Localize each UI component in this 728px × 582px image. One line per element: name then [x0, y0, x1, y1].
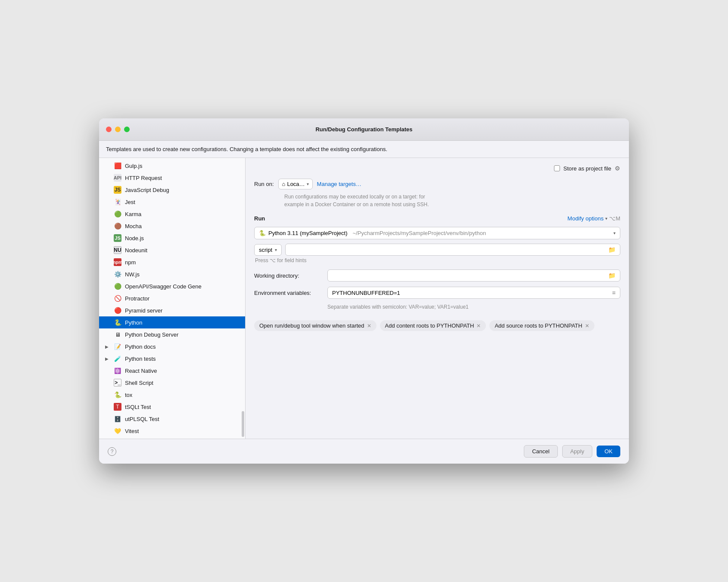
list-icon[interactable]: ≡ — [612, 289, 616, 296]
cancel-button[interactable]: Cancel — [524, 445, 557, 458]
modify-options-button[interactable]: Modify options ▾ ⌥M — [567, 215, 620, 222]
env-label: Environment variables: — [254, 290, 323, 296]
tag-source-roots: Add source roots to PYTHONPATH ✕ — [489, 320, 594, 331]
pyramid-icon: 🔴 — [114, 306, 121, 314]
sidebar-item-label: HTTP Request — [125, 175, 162, 181]
minimize-button[interactable] — [115, 127, 121, 132]
sidebar-item-jest[interactable]: 🃏 Jest — [99, 196, 245, 208]
nodeunit-icon: NU — [114, 246, 121, 254]
interp-left: 🐍 Python 3.11 (mySampleProject) ~/Pychar… — [259, 230, 486, 236]
script-input-field[interactable]: 📁 — [285, 244, 620, 256]
gulp-icon: 🟥 — [114, 162, 121, 170]
info-bar: Templates are used to create new configu… — [99, 141, 629, 158]
maximize-button[interactable] — [124, 127, 130, 132]
run-section-header: Run Modify options ▾ ⌥M — [254, 215, 620, 222]
working-dir-field[interactable]: 📁 — [327, 269, 620, 282]
tag-label: Open run/debug tool window when started — [259, 322, 364, 329]
sidebar-item-mocha[interactable]: 🟤 Mocha — [99, 220, 245, 232]
run-on-hint: Run configurations may be executed local… — [284, 193, 620, 208]
store-project-checkbox[interactable] — [554, 165, 560, 171]
sidebar-item-label: tSQLt Test — [125, 404, 151, 410]
tag-close-content-roots[interactable]: ✕ — [476, 323, 481, 329]
expand-arrow-python-docs: ▶ — [105, 344, 110, 349]
ok-button[interactable]: OK — [597, 446, 620, 457]
sidebar-item-nwjs[interactable]: ⚙️ NW.js — [99, 268, 245, 280]
jest-icon: 🃏 — [114, 198, 121, 206]
sidebar-item-nodejs[interactable]: JS Node.js — [99, 232, 245, 244]
chevron-down-icon: ▾ — [275, 248, 277, 252]
sidebar: 🟥 Gulp.js API HTTP Request JS JavaScript… — [99, 158, 246, 439]
help-button[interactable]: ? — [108, 447, 116, 456]
modify-options-shortcut: ⌥M — [609, 215, 620, 222]
sidebar-item-label: Pyramid server — [125, 307, 162, 314]
script-type-dropdown[interactable]: script ▾ — [254, 244, 282, 256]
sidebar-item-protractor[interactable]: 🚫 Protractor — [99, 292, 245, 304]
sidebar-item-label: tox — [125, 392, 132, 398]
env-variables-field[interactable]: PYTHONUNBUFFERED=1 ≡ — [327, 287, 620, 299]
sidebar-item-label: Python — [125, 319, 142, 326]
npm-icon: npm — [114, 258, 121, 266]
interpreter-dropdown[interactable]: 🐍 Python 3.11 (mySampleProject) ~/Pychar… — [254, 227, 620, 239]
react-native-icon: ⚛️ — [114, 367, 121, 375]
utplsql-icon: 🗄️ — [114, 415, 121, 423]
sidebar-item-python[interactable]: 🐍 Python — [99, 316, 245, 328]
env-variables-row: Environment variables: PYTHONUNBUFFERED=… — [254, 287, 620, 299]
shell-script-icon: >_ — [114, 379, 121, 387]
tag-close-tool-window[interactable]: ✕ — [367, 323, 371, 329]
gear-icon[interactable]: ⚙ — [615, 165, 620, 172]
sidebar-item-utplsql[interactable]: 🗄️ utPLSQL Test — [99, 413, 245, 425]
tag-tool-window: Open run/debug tool window when started … — [254, 320, 376, 331]
tag-close-source-roots[interactable]: ✕ — [585, 323, 589, 329]
sidebar-item-python-debug[interactable]: 🖥 Python Debug Server — [99, 328, 245, 341]
window-title: Run/Debug Configuration Templates — [315, 126, 412, 133]
tsqlt-icon: T — [114, 403, 121, 411]
sidebar-item-http[interactable]: API HTTP Request — [99, 172, 245, 184]
sidebar-item-python-docs[interactable]: ▶ 📝 Python docs — [99, 341, 245, 353]
sidebar-item-pyramid[interactable]: 🔴 Pyramid server — [99, 304, 245, 316]
field-hint: Press ⌥ for field hints — [255, 257, 620, 263]
folder-icon[interactable]: 📁 — [608, 272, 616, 279]
working-directory-row: Working directory: 📁 — [254, 269, 620, 282]
scrollbar[interactable] — [242, 411, 244, 437]
folder-icon[interactable]: 📁 — [608, 246, 616, 253]
script-row: script ▾ 📁 — [254, 244, 620, 256]
sidebar-item-label: Gulp.js — [125, 163, 142, 169]
run-on-dropdown[interactable]: ⌂ Loca… ▾ — [278, 179, 313, 189]
sidebar-item-js-debug[interactable]: JS JavaScript Debug — [99, 184, 245, 196]
sidebar-item-nodeunit[interactable]: NU Nodeunit — [99, 244, 245, 256]
chevron-down-icon: ▾ — [605, 216, 607, 221]
python-interp-icon: 🐍 — [259, 230, 266, 236]
sidebar-item-karma[interactable]: 🟢 Karma — [99, 208, 245, 220]
apply-button[interactable]: Apply — [562, 445, 593, 458]
run-on-value: Loca… — [287, 181, 305, 187]
manage-targets-link[interactable]: Manage targets… — [317, 181, 361, 187]
sidebar-item-openapi[interactable]: 🟢 OpenAPI/Swagger Code Gene — [99, 280, 245, 292]
close-button[interactable] — [106, 127, 112, 132]
sidebar-item-vitest[interactable]: 💛 Vitest — [99, 425, 245, 437]
interpreter-row: 🐍 Python 3.11 (mySampleProject) ~/Pychar… — [254, 227, 620, 239]
tag-content-roots: Add content roots to PYTHONPATH ✕ — [380, 320, 486, 331]
python-docs-icon: 📝 — [114, 343, 121, 350]
sidebar-item-label: Shell Script — [125, 380, 153, 386]
modify-options-label: Modify options — [567, 215, 604, 222]
sidebar-item-label: Python docs — [125, 344, 156, 350]
karma-icon: 🟢 — [114, 210, 121, 218]
sidebar-item-tox[interactable]: 🐍 tox — [99, 389, 245, 401]
main-content: 🟥 Gulp.js API HTTP Request JS JavaScript… — [99, 158, 629, 439]
sidebar-item-gulp[interactable]: 🟥 Gulp.js — [99, 160, 245, 172]
sidebar-item-npm[interactable]: npm npm — [99, 256, 245, 268]
window-controls — [106, 127, 130, 132]
home-icon: ⌂ — [282, 181, 286, 187]
env-value: PYTHONUNBUFFERED=1 — [332, 290, 400, 296]
http-icon: API — [114, 174, 121, 182]
run-on-label: Run on: — [254, 181, 274, 187]
protractor-icon: 🚫 — [114, 294, 121, 302]
chevron-down-icon: ▾ — [307, 182, 309, 186]
tag-label: Add content roots to PYTHONPATH — [385, 322, 474, 329]
sidebar-item-python-tests[interactable]: ▶ 🧪 Python tests — [99, 353, 245, 365]
sidebar-item-tsqlt[interactable]: T tSQLt Test — [99, 401, 245, 413]
footer-left: ? — [108, 447, 116, 456]
sidebar-item-react-native[interactable]: ⚛️ React Native — [99, 365, 245, 377]
sidebar-item-shell-script[interactable]: >_ Shell Script — [99, 377, 245, 389]
sidebar-item-label: Jest — [125, 199, 135, 205]
